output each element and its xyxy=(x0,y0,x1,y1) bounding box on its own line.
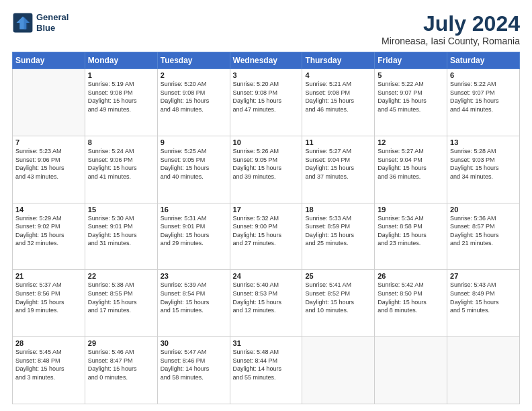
logo: General Blue xyxy=(12,12,69,34)
day-info: Sunrise: 5:20 AM Sunset: 9:08 PM Dayligh… xyxy=(233,80,300,113)
day-number: 3 xyxy=(233,71,300,79)
day-info: Sunrise: 5:41 AM Sunset: 8:52 PM Dayligh… xyxy=(305,281,371,314)
day-info: Sunrise: 5:40 AM Sunset: 8:53 PM Dayligh… xyxy=(233,281,300,314)
calendar-cell xyxy=(447,337,520,404)
calendar-cell: 21Sunrise: 5:37 AM Sunset: 8:56 PM Dayli… xyxy=(13,270,85,337)
day-number: 4 xyxy=(305,71,371,79)
day-number: 13 xyxy=(450,138,517,146)
day-info: Sunrise: 5:33 AM Sunset: 8:59 PM Dayligh… xyxy=(305,214,371,248)
subtitle: Mironeasa, Iasi County, Romania xyxy=(382,36,520,46)
day-number: 24 xyxy=(233,272,300,280)
day-info: Sunrise: 5:37 AM Sunset: 8:56 PM Dayligh… xyxy=(15,281,82,314)
calendar-cell: 12Sunrise: 5:27 AM Sunset: 9:04 PM Dayli… xyxy=(375,136,447,203)
day-info: Sunrise: 5:28 AM Sunset: 9:03 PM Dayligh… xyxy=(450,147,517,181)
calendar-cell: 6Sunrise: 5:22 AM Sunset: 9:07 PM Daylig… xyxy=(447,69,520,136)
day-info: Sunrise: 5:46 AM Sunset: 8:47 PM Dayligh… xyxy=(88,348,154,381)
calendar-cell: 15Sunrise: 5:30 AM Sunset: 9:01 PM Dayli… xyxy=(85,203,157,270)
day-info: Sunrise: 5:20 AM Sunset: 9:08 PM Dayligh… xyxy=(161,80,227,113)
header: General Blue July 2024 Mironeasa, Iasi C… xyxy=(12,12,520,46)
day-number: 10 xyxy=(233,138,300,146)
main-title: July 2024 xyxy=(382,12,520,36)
calendar-day-header: Friday xyxy=(375,52,447,69)
calendar-cell: 2Sunrise: 5:20 AM Sunset: 9:08 PM Daylig… xyxy=(157,69,230,136)
calendar-cell: 1Sunrise: 5:19 AM Sunset: 9:08 PM Daylig… xyxy=(85,69,157,136)
day-info: Sunrise: 5:43 AM Sunset: 8:49 PM Dayligh… xyxy=(450,281,517,314)
day-number: 15 xyxy=(88,205,154,214)
calendar-cell: 4Sunrise: 5:21 AM Sunset: 9:08 PM Daylig… xyxy=(302,69,375,136)
day-info: Sunrise: 5:34 AM Sunset: 8:58 PM Dayligh… xyxy=(378,214,444,248)
day-info: Sunrise: 5:29 AM Sunset: 9:02 PM Dayligh… xyxy=(15,214,82,248)
day-info: Sunrise: 5:36 AM Sunset: 8:57 PM Dayligh… xyxy=(450,214,517,248)
day-info: Sunrise: 5:24 AM Sunset: 9:06 PM Dayligh… xyxy=(88,147,154,181)
day-number: 14 xyxy=(15,205,82,214)
calendar-day-header: Sunday xyxy=(13,52,85,69)
day-number: 27 xyxy=(450,272,517,280)
calendar-header-row: SundayMondayTuesdayWednesdayThursdayFrid… xyxy=(13,52,520,69)
day-number: 23 xyxy=(161,272,227,280)
day-info: Sunrise: 5:27 AM Sunset: 9:04 PM Dayligh… xyxy=(378,147,444,181)
calendar-week-row: 7Sunrise: 5:23 AM Sunset: 9:06 PM Daylig… xyxy=(13,136,520,203)
day-info: Sunrise: 5:42 AM Sunset: 8:50 PM Dayligh… xyxy=(378,281,444,314)
day-number: 18 xyxy=(305,205,371,214)
day-info: Sunrise: 5:47 AM Sunset: 8:46 PM Dayligh… xyxy=(161,348,227,381)
calendar-cell: 22Sunrise: 5:38 AM Sunset: 8:55 PM Dayli… xyxy=(85,270,157,337)
calendar-cell: 28Sunrise: 5:45 AM Sunset: 8:48 PM Dayli… xyxy=(13,337,85,404)
calendar-cell: 19Sunrise: 5:34 AM Sunset: 8:58 PM Dayli… xyxy=(375,203,447,270)
day-info: Sunrise: 5:19 AM Sunset: 9:08 PM Dayligh… xyxy=(88,80,154,113)
day-number: 6 xyxy=(450,71,517,79)
calendar-cell: 7Sunrise: 5:23 AM Sunset: 9:06 PM Daylig… xyxy=(13,136,85,203)
day-info: Sunrise: 5:39 AM Sunset: 8:54 PM Dayligh… xyxy=(161,281,227,314)
logo-icon xyxy=(12,12,34,34)
day-info: Sunrise: 5:45 AM Sunset: 8:48 PM Dayligh… xyxy=(15,348,82,381)
calendar-cell: 17Sunrise: 5:32 AM Sunset: 9:00 PM Dayli… xyxy=(230,203,302,270)
calendar-cell xyxy=(375,337,447,404)
day-number: 7 xyxy=(15,138,82,146)
day-info: Sunrise: 5:38 AM Sunset: 8:55 PM Dayligh… xyxy=(88,281,154,314)
logo-text: General Blue xyxy=(36,12,69,33)
day-number: 20 xyxy=(450,205,517,214)
day-info: Sunrise: 5:27 AM Sunset: 9:04 PM Dayligh… xyxy=(305,147,371,181)
calendar-cell: 26Sunrise: 5:42 AM Sunset: 8:50 PM Dayli… xyxy=(375,270,447,337)
day-number: 19 xyxy=(378,205,444,214)
calendar-cell: 25Sunrise: 5:41 AM Sunset: 8:52 PM Dayli… xyxy=(302,270,375,337)
day-number: 29 xyxy=(88,339,154,347)
day-info: Sunrise: 5:25 AM Sunset: 9:05 PM Dayligh… xyxy=(161,147,227,181)
day-number: 1 xyxy=(88,71,154,79)
calendar-cell: 16Sunrise: 5:31 AM Sunset: 9:01 PM Dayli… xyxy=(157,203,230,270)
calendar-cell xyxy=(302,337,375,404)
calendar-cell: 31Sunrise: 5:48 AM Sunset: 8:44 PM Dayli… xyxy=(230,337,302,404)
day-info: Sunrise: 5:22 AM Sunset: 9:07 PM Dayligh… xyxy=(450,80,517,113)
calendar-table: SundayMondayTuesdayWednesdayThursdayFrid… xyxy=(12,52,520,404)
calendar-week-row: 14Sunrise: 5:29 AM Sunset: 9:02 PM Dayli… xyxy=(13,203,520,270)
logo-line2: Blue xyxy=(36,23,69,34)
calendar-cell: 24Sunrise: 5:40 AM Sunset: 8:53 PM Dayli… xyxy=(230,270,302,337)
calendar-day-header: Tuesday xyxy=(157,52,230,69)
day-number: 5 xyxy=(378,71,444,79)
day-info: Sunrise: 5:30 AM Sunset: 9:01 PM Dayligh… xyxy=(88,214,154,248)
calendar-day-header: Wednesday xyxy=(230,52,302,69)
day-number: 21 xyxy=(15,272,82,280)
calendar-day-header: Thursday xyxy=(302,52,375,69)
calendar-cell: 27Sunrise: 5:43 AM Sunset: 8:49 PM Dayli… xyxy=(447,270,520,337)
calendar-cell: 11Sunrise: 5:27 AM Sunset: 9:04 PM Dayli… xyxy=(302,136,375,203)
calendar-cell: 20Sunrise: 5:36 AM Sunset: 8:57 PM Dayli… xyxy=(447,203,520,270)
day-number: 12 xyxy=(378,138,444,146)
calendar-cell: 14Sunrise: 5:29 AM Sunset: 9:02 PM Dayli… xyxy=(13,203,85,270)
day-number: 16 xyxy=(161,205,227,214)
calendar-week-row: 21Sunrise: 5:37 AM Sunset: 8:56 PM Dayli… xyxy=(13,270,520,337)
day-info: Sunrise: 5:32 AM Sunset: 9:00 PM Dayligh… xyxy=(233,214,300,248)
day-number: 17 xyxy=(233,205,300,214)
calendar-cell: 13Sunrise: 5:28 AM Sunset: 9:03 PM Dayli… xyxy=(447,136,520,203)
calendar-cell: 18Sunrise: 5:33 AM Sunset: 8:59 PM Dayli… xyxy=(302,203,375,270)
day-info: Sunrise: 5:22 AM Sunset: 9:07 PM Dayligh… xyxy=(378,80,444,113)
calendar-week-row: 1Sunrise: 5:19 AM Sunset: 9:08 PM Daylig… xyxy=(13,69,520,136)
calendar-cell xyxy=(13,69,85,136)
day-number: 2 xyxy=(161,71,227,79)
day-info: Sunrise: 5:23 AM Sunset: 9:06 PM Dayligh… xyxy=(15,147,82,181)
calendar-week-row: 28Sunrise: 5:45 AM Sunset: 8:48 PM Dayli… xyxy=(13,337,520,404)
calendar-cell: 30Sunrise: 5:47 AM Sunset: 8:46 PM Dayli… xyxy=(157,337,230,404)
calendar-cell: 5Sunrise: 5:22 AM Sunset: 9:07 PM Daylig… xyxy=(375,69,447,136)
calendar-day-header: Monday xyxy=(85,52,157,69)
day-number: 25 xyxy=(305,272,371,280)
day-number: 30 xyxy=(161,339,227,347)
